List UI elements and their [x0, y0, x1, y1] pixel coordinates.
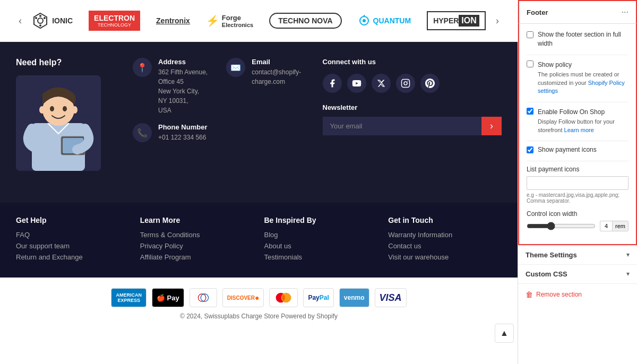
slider-unit: rem [612, 221, 628, 231]
link-terms[interactable]: Terms & Conditions [140, 231, 254, 239]
remove-section-button[interactable]: 🗑 Remove section [518, 283, 637, 305]
ionic-hex-icon [32, 12, 49, 29]
email-info: Email contact@shopify-charge.com [252, 58, 312, 86]
payment-discover: DISCOVER ● [222, 288, 264, 307]
link-blog[interactable]: Blog [264, 231, 378, 239]
link-affiliate[interactable]: Affiliate Program [140, 253, 254, 261]
brand-ionic[interactable]: IONIC [32, 12, 73, 29]
follow-shop-label[interactable]: Enable Follow On Shop [538, 108, 605, 116]
learn-more-links: Terms & Conditions Privacy Policy Affili… [140, 231, 254, 261]
option-show-payment: Show payment icons [527, 145, 629, 154]
footer-main: Need help? [0, 42, 518, 203]
address-item: 📍 Address 362 Fifth Avenue, Office 45 Ne… [133, 58, 218, 115]
zentronix-label: Zentronix [156, 16, 190, 25]
learn-more-link[interactable]: Learn more [564, 127, 594, 133]
brand-techno-nova[interactable]: TECHNO NOVA [269, 13, 341, 29]
brand-quantum[interactable]: QUANTUM [358, 14, 411, 27]
panel-options-button[interactable]: ··· [622, 7, 629, 17]
slider-number: 4 [600, 221, 612, 231]
divider-1 [527, 55, 629, 55]
payment-venmo: venmo [339, 288, 369, 307]
brand-electron[interactable]: ELECTRONTECHNOLOGY [89, 11, 140, 31]
link-warehouse[interactable]: Visit our warehouse [388, 253, 502, 261]
svg-point-4 [35, 17, 37, 19]
footer-top: Need help? [16, 58, 502, 171]
newsletter-form: › [323, 117, 502, 135]
forge-label: Forge Electronics [222, 14, 253, 28]
learn-more-heading: Learn More [140, 216, 254, 224]
youtube-icon[interactable] [347, 74, 366, 93]
custom-css-label: Custom CSS [526, 270, 567, 278]
newsletter-submit-button[interactable]: › [481, 117, 502, 135]
payment-icons: AMERICANEXPRESS 🍎 Pay DISCOVER ● [11, 288, 507, 307]
show-policy-label[interactable]: Show policy [538, 61, 572, 68]
link-return-exchange[interactable]: Return and Exchange [16, 253, 130, 261]
payment-section: AMERICANEXPRESS 🍎 Pay DISCOVER ● [0, 278, 518, 331]
inspired-links: Blog About us Testimonials [264, 231, 378, 261]
address-label: Address [158, 58, 208, 66]
remove-label: Remove section [536, 291, 582, 298]
get-help-links: FAQ Our support team Return and Exchange [16, 231, 130, 261]
theme-settings-chevron: ▾ [626, 251, 630, 258]
newsletter-email-input[interactable] [323, 117, 482, 135]
link-support-team[interactable]: Our support team [16, 242, 130, 250]
x-twitter-icon[interactable] [372, 74, 391, 93]
theme-settings-toggle[interactable]: Theme Settings ▾ [518, 245, 637, 264]
list-payment-input[interactable] [527, 176, 629, 190]
brands-strip: ‹ IONIC ELECTRONTECHNOLOGY Z [0, 0, 518, 42]
get-help-heading: Get Help [16, 216, 130, 224]
footer-help: Need help? [16, 58, 122, 171]
svg-point-20 [404, 82, 407, 85]
svg-point-14 [39, 106, 45, 114]
email-label: Email [252, 58, 312, 66]
brands-next-arrow[interactable]: › [493, 13, 502, 29]
link-faq[interactable]: FAQ [16, 231, 130, 239]
divider-4 [527, 161, 629, 161]
show-payment-checkbox[interactable] [527, 146, 533, 153]
footer-col-get-help: Get Help FAQ Our support team Return and… [16, 216, 130, 264]
panel-header: Footer ··· [518, 0, 637, 24]
show-policy-checkbox[interactable] [527, 60, 533, 67]
brand-zentronix[interactable]: Zentronix [156, 16, 190, 25]
option-show-policy: Show policy The policies must be created… [527, 59, 629, 96]
show-payment-label[interactable]: Show payment icons [538, 145, 597, 154]
slider-row: 4 rem [527, 221, 629, 231]
facebook-icon[interactable] [323, 74, 342, 93]
footer-col-contact: Get in Touch Warranty Information Contac… [388, 216, 502, 264]
instagram-icon[interactable] [396, 74, 415, 93]
ionic-label: IONIC [52, 16, 73, 25]
payment-diners [190, 288, 217, 307]
svg-point-2 [39, 15, 41, 17]
width-slider[interactable] [527, 222, 596, 230]
svg-point-13 [63, 106, 67, 111]
pinterest-icon[interactable] [420, 74, 440, 93]
brands-prev-arrow[interactable]: ‹ [16, 13, 24, 29]
svg-point-15 [72, 106, 78, 114]
divider-3 [527, 141, 629, 141]
link-contact[interactable]: Contact us [388, 242, 502, 250]
link-privacy[interactable]: Privacy Policy [140, 242, 254, 250]
list-payment-hint: e.g - mastercard.jpg,visa.jpg,apple.png;… [527, 192, 629, 204]
scroll-top-button[interactable]: ▲ [495, 324, 514, 343]
full-width-label[interactable]: Show the footer section in full width [538, 30, 629, 48]
phone-icon: 📞 [133, 123, 152, 142]
phone-label: Phone Number [158, 123, 207, 131]
follow-shop-checkbox[interactable] [527, 108, 533, 115]
footer-links: Get Help FAQ Our support team Return and… [0, 203, 518, 278]
full-width-checkbox[interactable] [527, 31, 533, 38]
custom-css-chevron: ▾ [626, 270, 630, 278]
contact-heading: Get in Touch [388, 216, 502, 224]
email-value: contact@shopify-charge.com [252, 67, 312, 86]
follow-shop-desc: Display Follow button for your storefron… [538, 118, 629, 134]
brand-forge[interactable]: ⚡ Forge Electronics [206, 14, 253, 28]
phone-value: +01 122 334 566 [158, 133, 207, 142]
custom-css-toggle[interactable]: Custom CSS ▾ [518, 264, 637, 283]
brand-hyper-ion[interactable]: HYPER ION [427, 11, 486, 30]
payment-mastercard [269, 288, 298, 307]
link-warranty[interactable]: Warranty Information [388, 231, 502, 239]
link-about[interactable]: About us [264, 242, 378, 250]
footer-col-inspired: Be Inspired By Blog About us Testimonial… [264, 216, 378, 264]
copyright-text: © 2024, Swissuplabs Charge Store Powered… [11, 313, 507, 320]
list-payment-section: List payment icons e.g - mastercard.jpg,… [527, 166, 629, 204]
link-testimonials[interactable]: Testimonials [264, 253, 378, 261]
